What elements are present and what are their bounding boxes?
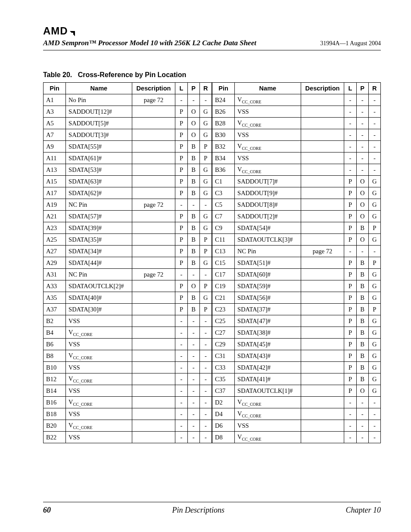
table-row: C23SDATA[37]#PBP xyxy=(212,304,381,315)
cell-description xyxy=(132,246,175,257)
cell-pin: B18 xyxy=(44,408,66,420)
th-r: R xyxy=(199,83,212,94)
cell-r: - xyxy=(199,408,212,420)
cell-l: P xyxy=(344,362,356,373)
cell-p: - xyxy=(356,420,368,432)
cell-pin: A33 xyxy=(44,280,66,292)
header-row: AMD Sempron™ Processor Model 10 with 256… xyxy=(43,39,381,47)
brand-logo: AMD xyxy=(43,25,381,37)
table-row: B20VCC_CORE--- xyxy=(44,420,212,432)
cell-name: SDATAOUTCLK[2]# xyxy=(66,280,132,292)
table-row: B12VCC_CORE--- xyxy=(44,373,212,385)
cell-l: - xyxy=(175,420,187,432)
cell-p: O xyxy=(356,176,368,187)
cell-r: G xyxy=(368,199,380,211)
cell-name: VSS xyxy=(235,420,301,432)
cell-r: G xyxy=(368,269,380,280)
cell-name: SDATA[41]# xyxy=(235,373,301,385)
cell-name: SDATA[57]# xyxy=(66,211,132,222)
cell-r: G xyxy=(199,292,212,304)
table-header-row: Pin Name Description L P R xyxy=(44,83,212,94)
cell-description xyxy=(301,350,344,362)
table-row: A11SDATA[61]#PBP xyxy=(44,152,212,164)
cell-pin: B34 xyxy=(212,152,235,164)
cell-name: VCC_CORE xyxy=(235,397,301,408)
cell-p: B xyxy=(187,187,199,199)
table-row: A23SDATA[39]#PBG xyxy=(44,222,212,234)
table-row: C17SDATA[60]#PBG xyxy=(212,269,381,280)
cell-p: - xyxy=(356,432,368,443)
cell-pin: A31 xyxy=(44,269,66,280)
cell-l: - xyxy=(175,385,187,397)
table-row: C29SDATA[45]#PBG xyxy=(212,339,381,350)
table-row: A5SADDOUT[5]#POG xyxy=(44,118,212,129)
cell-p: O xyxy=(187,118,199,129)
cell-pin: B36 xyxy=(212,164,235,176)
table-row: C9SDATA[54]#PBP xyxy=(212,222,381,234)
cell-r: P xyxy=(199,304,212,315)
th-desc: Description xyxy=(132,83,175,94)
cell-pin: C21 xyxy=(212,292,235,304)
cell-p: B xyxy=(187,234,199,246)
cell-p: - xyxy=(356,118,368,129)
cell-pin: A15 xyxy=(44,176,66,187)
cell-pin: C5 xyxy=(212,199,235,211)
cell-p: B xyxy=(356,327,368,339)
cell-l: P xyxy=(175,106,187,118)
cell-r: - xyxy=(199,199,212,211)
cell-description xyxy=(132,408,175,420)
pin-table-left: Pin Name Description L P R A1No Pinpage … xyxy=(43,82,212,443)
table-row: B28VCC_CORE--- xyxy=(212,118,381,129)
cell-p: O xyxy=(356,385,368,397)
cell-p: B xyxy=(187,257,199,269)
table-row: A29SDATA[44]#PBG xyxy=(44,257,212,269)
cell-l: P xyxy=(175,304,187,315)
table-caption: Table 20. Cross-Reference by Pin Locatio… xyxy=(43,71,381,79)
cell-name: SDATA[30]# xyxy=(66,304,132,315)
cell-description xyxy=(301,327,344,339)
cell-pin: B26 xyxy=(212,106,235,118)
page-number: 60 xyxy=(43,506,51,515)
table-row: B36VCC_CORE--- xyxy=(212,164,381,176)
cell-l: - xyxy=(344,141,356,152)
cell-p: - xyxy=(187,327,199,339)
cell-name: VSS xyxy=(235,129,301,141)
cell-r: - xyxy=(199,397,212,408)
cell-p: - xyxy=(187,199,199,211)
cell-pin: A19 xyxy=(44,199,66,211)
cell-l: - xyxy=(344,397,356,408)
cell-p: - xyxy=(356,397,368,408)
cell-name: SDATA[61]# xyxy=(66,152,132,164)
cell-r: G xyxy=(199,164,212,176)
table-row: B18VSS--- xyxy=(44,408,212,420)
cell-name: SDATA[42]# xyxy=(235,362,301,373)
table-header-row: Pin Name Description L P R xyxy=(212,83,381,94)
logo-text: AMD xyxy=(43,25,68,37)
cell-name: VSS xyxy=(66,339,132,350)
cell-l: - xyxy=(344,432,356,443)
pin-table-right: Pin Name Description L P R B24VCC_CORE--… xyxy=(212,82,381,443)
cell-pin: C33 xyxy=(212,362,235,373)
cell-pin: C15 xyxy=(212,257,235,269)
cell-description xyxy=(132,152,175,164)
cell-r: G xyxy=(199,118,212,129)
cell-description xyxy=(301,176,344,187)
section-name: Pin Descriptions xyxy=(172,506,224,515)
table-row: B32VCC_CORE--- xyxy=(212,141,381,152)
cell-l: P xyxy=(175,234,187,246)
cell-name: No Pin xyxy=(66,94,132,106)
cell-name: SDATA[54]# xyxy=(235,222,301,234)
cell-p: B xyxy=(356,315,368,327)
cell-description xyxy=(301,118,344,129)
cell-description xyxy=(132,280,175,292)
cell-pin: A23 xyxy=(44,222,66,234)
cell-l: - xyxy=(344,94,356,106)
cell-pin: B30 xyxy=(212,129,235,141)
table-row: C37SDATAOUTCLK[1]#POG xyxy=(212,385,381,397)
table-row: A3SADDOUT[12]#POG xyxy=(44,106,212,118)
cell-description xyxy=(132,362,175,373)
cell-description xyxy=(301,373,344,385)
cell-description xyxy=(301,222,344,234)
cell-p: O xyxy=(187,129,199,141)
cell-r: G xyxy=(368,327,380,339)
